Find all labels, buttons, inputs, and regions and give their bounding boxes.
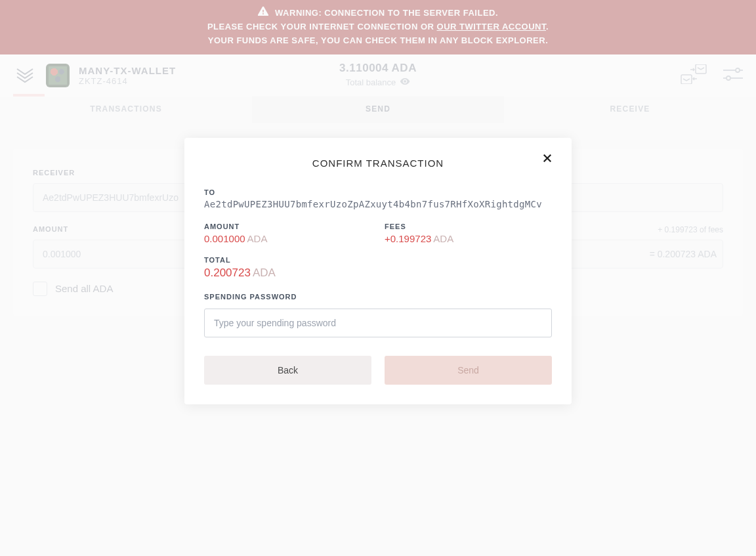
modal-overlay: CONFIRM TRANSACTION TO Ae2tdPwUPEZ3HUU7b… (0, 0, 756, 556)
modal-fees-currency: ADA (433, 233, 453, 244)
modal-fees-label: FEES (385, 223, 552, 230)
spending-password-input[interactable] (204, 309, 552, 337)
send-button[interactable]: Send (385, 356, 552, 385)
modal-password-label: SPENDING PASSWORD (204, 293, 552, 301)
modal-amount-label: AMOUNT (204, 223, 371, 230)
modal-to-value: Ae2tdPwUPEZ3HUU7bmfexrUzoZpAZxuyt4b4bn7f… (204, 199, 552, 209)
modal-title: CONFIRM TRANSACTION (204, 158, 552, 169)
confirm-transaction-modal: CONFIRM TRANSACTION TO Ae2tdPwUPEZ3HUU7b… (184, 138, 572, 404)
modal-to-label: TO (204, 188, 552, 196)
modal-fees-value: +0.199723 (385, 233, 431, 244)
close-icon[interactable] (541, 152, 557, 168)
modal-amount-value: 0.001000 (204, 233, 245, 244)
back-button[interactable]: Back (204, 356, 371, 385)
modal-amount-currency: ADA (247, 233, 268, 244)
modal-total-label: TOTAL (204, 256, 552, 264)
modal-total-value: 0.200723 (204, 267, 251, 279)
modal-total-currency: ADA (253, 267, 276, 279)
